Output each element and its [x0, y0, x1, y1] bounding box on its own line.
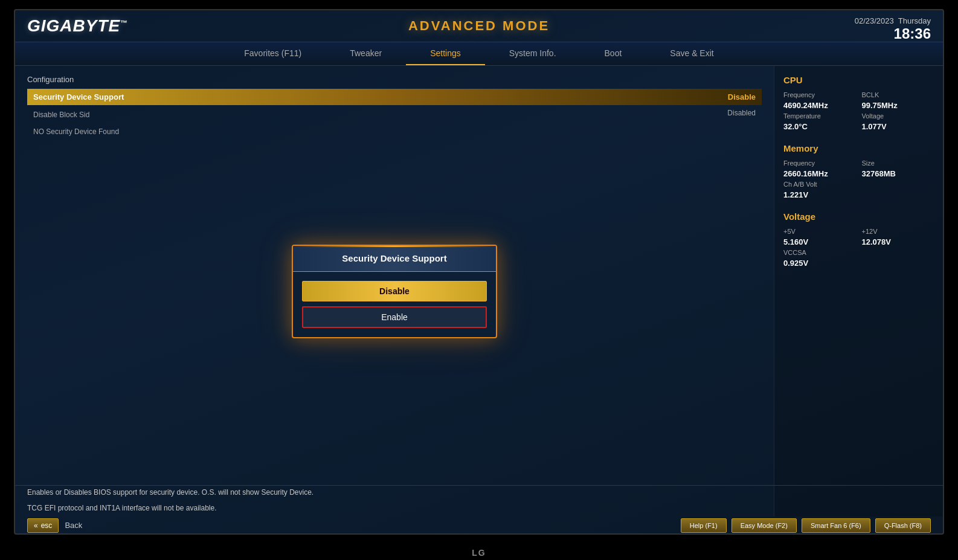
tab-sysinfo[interactable]: System Info. [485, 42, 580, 65]
config-label-nodevice: NO Security Device Found [33, 127, 119, 136]
qflash-button[interactable]: Q-Flash (F8) [875, 518, 931, 533]
date-display: 02/23/2023 Thursday [855, 16, 931, 25]
back-label: Back [65, 521, 82, 530]
arrows-icon: « [34, 521, 38, 530]
modal-options: Disable Enable [293, 272, 496, 337]
cpu-section: CPU Frequency BCLK 4690.24MHz 99.75MHz T… [783, 75, 934, 131]
datetime: 02/23/2023 Thursday 18:36 [855, 16, 931, 42]
bottom-buttons: Help (F1) Easy Mode (F2) Smart Fan 6 (F6… [681, 518, 931, 533]
modal-box: Security Device Support Disable Enable [292, 245, 497, 338]
config-row-blocksid[interactable]: Disable Block Sid Disabled [27, 106, 762, 122]
help-text-line2: TCG EFI protocol and INT1A interface wil… [27, 503, 313, 513]
tab-tweaker[interactable]: Tweaker [326, 42, 406, 65]
nav-tabs: Favorites (F11) Tweaker Settings System … [15, 42, 943, 66]
right-panel: CPU Frequency BCLK 4690.24MHz 99.75MHz T… [774, 66, 943, 517]
mem-freq-label: Frequency [783, 159, 856, 167]
left-panel: Configuration Security Device Support Di… [15, 66, 774, 517]
memory-title: Memory [783, 143, 934, 153]
cpu-temp-value: 32.0°C [783, 122, 856, 131]
tab-boot[interactable]: Boot [580, 42, 646, 65]
modal-title: Security Device Support [342, 253, 446, 263]
cpu-freq-label: Frequency [783, 91, 856, 98]
bottom-bar: Enables or Disables BIOS support for sec… [15, 485, 943, 533]
config-row-nodevice: NO Security Device Found [27, 123, 762, 139]
config-value-security: Disable [728, 92, 756, 101]
vccsa-value: 0.925V [783, 259, 856, 268]
section-label: Configuration [27, 75, 762, 84]
help-text-block: Enables or Disables BIOS support for sec… [27, 487, 313, 518]
tab-save-exit[interactable]: Save & Exit [646, 42, 738, 65]
cpu-voltage-value: 1.077V [862, 122, 934, 131]
cpu-temp-label: Temperature [783, 112, 856, 120]
smart-fan-button[interactable]: Smart Fan 6 (F6) [802, 518, 870, 533]
cpu-bclk-label: BCLK [862, 91, 934, 98]
bottom-left: « esc Back [27, 518, 82, 533]
tab-favorites[interactable]: Favorites (F11) [220, 42, 326, 65]
header: GIGABYTE™ ADVANCED MODE 02/23/2023 Thurs… [15, 10, 943, 42]
lg-logo: LG [472, 548, 486, 558]
mem-size-label: Size [862, 159, 934, 167]
help-button[interactable]: Help (F1) [681, 518, 727, 533]
time-display: 18:36 [855, 25, 931, 42]
voltage-title: Voltage [783, 211, 934, 222]
modal-header: Security Device Support [293, 246, 496, 272]
v5-label: +5V [783, 228, 856, 235]
mem-size-value: 32768MB [862, 169, 934, 178]
monitor-bottom: LG [0, 544, 958, 560]
main-layout: Configuration Security Device Support Di… [15, 66, 943, 517]
mem-chvolt-placeholder [862, 181, 934, 188]
help-text-line1: Enables or Disables BIOS support for sec… [27, 487, 313, 498]
modal-option-disable[interactable]: Disable [302, 281, 487, 301]
memory-section: Memory Frequency Size 2660.16MHz 32768MB… [783, 143, 934, 199]
tab-settings[interactable]: Settings [406, 42, 485, 65]
bottom-buttons-row: « esc Back Help (F1) Easy Mode (F2) Smar… [27, 518, 931, 533]
page-title: ADVANCED MODE [408, 18, 550, 34]
bottom-row: Enables or Disables BIOS support for sec… [27, 487, 931, 518]
voltage-section: Voltage +5V +12V 5.160V 12.078V VCCSA 0.… [783, 211, 934, 268]
modal-option-enable[interactable]: Enable [302, 306, 487, 328]
v12-value: 12.078V [862, 237, 934, 246]
mem-chvolt-label: Ch A/B Volt [783, 181, 856, 188]
mem-chvolt-value: 1.221V [783, 190, 856, 199]
config-label-security: Security Device Support [33, 92, 728, 101]
gigabyte-logo: GIGABYTE™ [27, 16, 128, 36]
cpu-bclk-value: 99.75MHz [862, 101, 934, 110]
config-label-blocksid: Disable Block Sid [33, 111, 89, 119]
cpu-grid: Frequency BCLK 4690.24MHz 99.75MHz Tempe… [783, 91, 934, 131]
esc-label: esc [41, 521, 53, 530]
v12-label: +12V [862, 228, 934, 235]
v5-value: 5.160V [783, 237, 856, 246]
title-area: ADVANCED MODE [408, 18, 550, 34]
mem-freq-value: 2660.16MHz [783, 169, 856, 178]
easy-mode-button[interactable]: Easy Mode (F2) [731, 518, 797, 533]
vccsa-placeholder [862, 249, 934, 256]
esc-button[interactable]: « esc [27, 518, 59, 533]
config-value-blocksid: Disabled [727, 109, 756, 117]
cpu-freq-value: 4690.24MHz [783, 101, 856, 110]
cpu-title: CPU [783, 75, 934, 85]
config-row-security[interactable]: Security Device Support Disable [27, 89, 762, 105]
voltage-grid: +5V +12V 5.160V 12.078V VCCSA 0.925V [783, 228, 934, 268]
cpu-voltage-label: Voltage [862, 112, 934, 120]
memory-grid: Frequency Size 2660.16MHz 32768MB Ch A/B… [783, 159, 934, 199]
vccsa-label: VCCSA [783, 249, 856, 256]
